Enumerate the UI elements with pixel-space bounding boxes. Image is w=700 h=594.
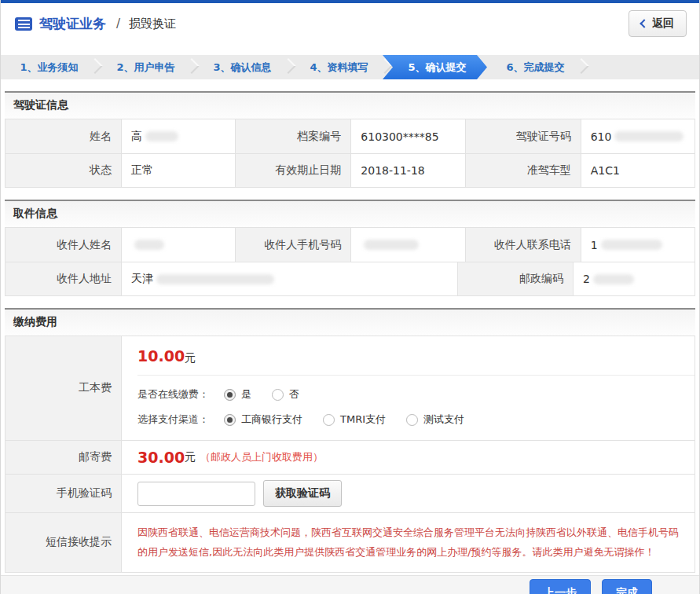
vehicle-class-label: 准驾车型 [465,154,581,187]
radio-tmri-pay[interactable]: TMRI支付 [323,412,386,427]
step-nav: 1、业务须知 2、用户申告 3、确认信息 4、资料填写 5、确认提交 6、完成提… [1,55,699,79]
redacted-blur [156,274,274,284]
page: 驾驶证业务 / 损毁换证 返回 1、业务须知 2、用户申告 3、确认信息 4、资… [0,0,700,594]
name-label: 姓名 [5,119,121,153]
radio-yes[interactable]: 是 [224,387,251,402]
redacted-blur [134,240,164,250]
breadcrumb: 驾驶证业务 / 损毁换证 [15,15,176,33]
breadcrumb-current: 损毁换证 [129,16,176,31]
status-value: 正常 [121,154,235,187]
table-row: 收件人姓名 收件人手机号码 收件人联系电话 1 [5,228,695,262]
chevron-left-icon [640,19,648,28]
postage-amount: 30.00 [137,449,185,466]
step-6-complete[interactable]: 6、完成提交 [487,55,584,79]
recipient-phone-label: 收件人联系电话 [465,228,581,262]
fees-section: 缴纳费用 工本费 10.00元 是否在线缴费： 是 否 选择 [5,308,695,573]
fees-section-title: 缴纳费用 [5,308,695,336]
step-separator-icon [574,58,589,74]
cost-amount-line: 10.00元 [137,336,695,376]
license-number-label: 驾驶证号码 [465,119,581,153]
form-list-icon [15,17,32,31]
table-row: 状态 正常 有效期止日期 2018-11-18 准驾车型 A1C1 [5,153,695,187]
license-info-section: 驾驶证信息 姓名 高 档案编号 610300****85 驾驶证号码 610 状… [5,91,695,188]
cost-cell: 10.00元 是否在线缴费： 是 否 选择支付渠道： 工商银行支付 TMRI支付 [121,336,695,440]
postage-note: （邮政人员上门收取费用） [200,450,323,464]
redacted-blur [364,240,419,250]
footer-bar: 上一步 完成 [1,575,699,594]
postage-label: 邮寄费 [5,441,121,474]
redacted-blur [593,274,634,284]
back-button[interactable]: 返回 [629,10,687,37]
expiry-label: 有效期止日期 [235,154,350,187]
cost-row: 工本费 10.00元 是否在线缴费： 是 否 选择支付渠道： 工商银行支付 [5,336,695,440]
back-button-label: 返回 [652,16,674,31]
radio-icbc-pay[interactable]: 工商银行支付 [224,412,302,427]
radio-unselected-icon[interactable] [406,414,418,426]
sms-notice-row: 短信接收提示 因陕西省联通、电信运营商技术问题，陕西省互联网交通安全综合服务管理… [5,512,695,572]
recipient-address-value: 天津 [121,262,457,295]
redacted-blur [614,131,684,141]
license-number-value: 610 [581,119,695,153]
fees-table: 工本费 10.00元 是否在线缴费： 是 否 选择支付渠道： 工商银行支付 [5,336,695,573]
recipient-name-label: 收件人姓名 [5,228,121,262]
radio-selected-icon[interactable] [224,389,236,401]
redacted-blur [601,240,662,250]
step-3-confirm-info[interactable]: 3、确认信息 [194,55,291,79]
file-number-value: 610300****85 [350,119,464,153]
pickup-info-section: 取件信息 收件人姓名 收件人手机号码 收件人联系电话 1 收件人地址 天津 邮政… [5,200,695,296]
vehicle-class-value: A1C1 [581,154,695,187]
name-value: 高 [121,119,235,153]
get-captcha-button[interactable]: 获取验证码 [263,480,342,507]
sms-notice-cell: 因陕西省联通、电信运营商技术问题，陕西省互联网交通安全综合服务管理平台无法向持陕… [121,513,695,572]
online-payment-question: 是否在线缴费： [137,387,224,402]
captcha-input[interactable] [137,482,255,506]
postcode-value: 2 [573,262,695,295]
postage-cell: 30.00元 （邮政人员上门收取费用） [121,441,695,474]
postcode-label: 邮政编码 [457,262,573,295]
pickup-section-title: 取件信息 [5,200,695,227]
cost-amount: 10.00 [137,347,185,365]
step-2-declaration[interactable]: 2、用户申告 [97,55,194,79]
sms-notice-label: 短信接收提示 [5,513,121,572]
radio-unselected-icon[interactable] [323,414,335,426]
recipient-name-value [121,228,235,262]
recipient-mobile-value [350,228,464,262]
pickup-table: 收件人姓名 收件人手机号码 收件人联系电话 1 收件人地址 天津 邮政编码 2 [5,227,695,296]
sms-notice-text: 因陕西省联通、电信运营商技术问题，陕西省互联网交通安全综合服务管理平台无法向持陕… [137,513,695,572]
license-table: 姓名 高 档案编号 610300****85 驾驶证号码 610 状态 正常 有… [5,119,695,188]
previous-step-button[interactable]: 上一步 [530,579,591,594]
page-title: 驾驶证业务 [39,15,106,33]
radio-unselected-icon[interactable] [272,389,284,401]
step-1-notice[interactable]: 1、业务须知 [1,55,97,79]
step-4-fill-data[interactable]: 4、资料填写 [291,55,387,79]
payment-channel-question: 选择支付渠道： [137,412,224,427]
captcha-row: 手机验证码 获取验证码 [5,474,695,512]
redacted-blur [145,131,178,141]
captcha-cell: 获取验证码 [121,475,695,512]
radio-no[interactable]: 否 [272,387,299,402]
expiry-value: 2018-11-18 [350,154,464,187]
recipient-phone-value: 1 [581,228,695,262]
radio-selected-icon[interactable] [224,414,236,426]
step-5-confirm-submit[interactable]: 5、确认提交 [383,55,487,79]
breadcrumb-separator: / [116,16,120,31]
radio-test-pay[interactable]: 测试支付 [406,412,464,427]
license-section-title: 驾驶证信息 [5,91,695,119]
online-payment-question-row: 是否在线缴费： 是 否 [137,382,695,407]
payment-channel-question-row: 选择支付渠道： 工商银行支付 TMRI支付 测试支付 [137,407,695,432]
status-label: 状态 [5,154,121,187]
recipient-address-label: 收件人地址 [5,262,121,295]
recipient-mobile-label: 收件人手机号码 [235,228,350,262]
table-row: 姓名 高 档案编号 610300****85 驾驶证号码 610 [5,119,695,153]
file-number-label: 档案编号 [235,119,350,153]
finish-button[interactable]: 完成 [602,579,652,594]
captcha-label: 手机验证码 [5,475,121,512]
postage-row: 邮寄费 30.00元 （邮政人员上门收取费用） [5,440,695,474]
table-row: 收件人地址 天津 邮政编码 2 [5,262,695,295]
page-header: 驾驶证业务 / 损毁换证 返回 [1,3,699,44]
cost-label: 工本费 [5,336,121,440]
